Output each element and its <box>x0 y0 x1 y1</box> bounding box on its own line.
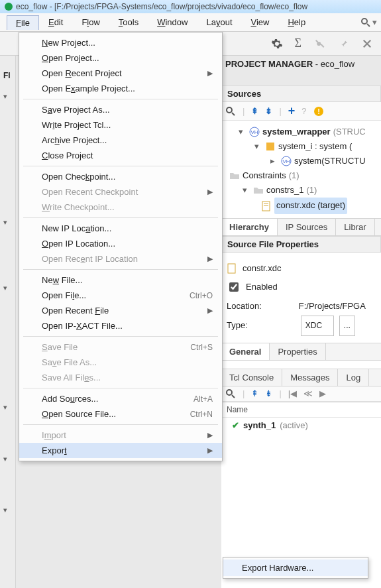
cut-icon[interactable] <box>313 38 325 50</box>
expand-icon[interactable]: ⇟ <box>265 388 272 398</box>
tab-properties[interactable]: Properties <box>270 343 325 360</box>
constraint-file-icon <box>261 201 272 211</box>
enabled-checkbox[interactable] <box>229 282 239 292</box>
tab-tcl-console[interactable]: Tcl Console <box>221 369 282 386</box>
chevron-down-icon[interactable]: ▾ <box>3 284 7 292</box>
mi-archive-project[interactable]: Archive Project... <box>19 133 222 148</box>
svg-rect-9 <box>266 143 274 150</box>
left-strip-label: Fl <box>0 69 14 82</box>
menu-view[interactable]: View <box>242 15 279 30</box>
tree-row[interactable]: ▾ constrs_1 (1) <box>224 183 378 198</box>
file-menu-dropdown: New Project... Open Project... Open Rece… <box>19 32 223 461</box>
runs-toolbar: | ⇞ ⇟ | |◀ ≪ ▶ <box>221 386 381 402</box>
first-icon[interactable]: |◀ <box>288 388 297 398</box>
menu-file[interactable]: File <box>7 15 39 30</box>
type-value[interactable]: XDC <box>301 316 334 335</box>
run-row[interactable]: ✔ synth_1 (active) <box>221 418 381 433</box>
sources-tree: ▾ VH system_wrapper(STRUC ▾ system_i : s… <box>221 121 381 218</box>
tab-hierarchy[interactable]: Hierarchy <box>221 219 278 235</box>
tree-row[interactable]: ▸ VH system(STRUCTU <box>224 154 378 168</box>
mi-new-ip-location[interactable]: New IP Location... <box>19 221 222 236</box>
tree-row[interactable]: constr.xdc (target) <box>224 198 378 213</box>
mi-save-file-as: Save File As... <box>19 355 222 370</box>
tab-log[interactable]: Log <box>338 369 369 386</box>
sigma-icon[interactable]: Σ <box>295 36 301 50</box>
chevron-down-icon[interactable]: ▾ <box>3 403 7 412</box>
menu-edit[interactable]: Edit <box>39 15 72 30</box>
tree-row[interactable]: ▾ system_i : system ( <box>224 139 378 154</box>
mi-export-hardware[interactable]: Export Hardware... <box>223 559 368 576</box>
block-design-icon <box>265 141 276 152</box>
expand-icon[interactable]: ⇟ <box>265 106 272 116</box>
tree-row[interactable]: Constraints (1) <box>224 168 378 183</box>
selected-file[interactable]: constr.xdc (target) <box>274 198 347 213</box>
sources-header: Sources <box>221 86 381 102</box>
search-icon[interactable] <box>225 388 236 399</box>
help-icon[interactable]: ? <box>301 106 306 116</box>
vhdl-icon: VH <box>249 127 260 137</box>
svg-text:!: ! <box>317 107 320 115</box>
prev-icon[interactable]: ≪ <box>303 388 313 398</box>
mi-open-checkpoint[interactable]: Open Checkpoint... <box>19 169 222 184</box>
mi-export[interactable]: Export▶ <box>19 443 222 458</box>
mi-open-ipxact-file[interactable]: Open IP-XACT File... <box>19 318 222 333</box>
mi-add-sources[interactable]: Add Sources...Alt+A <box>19 391 222 406</box>
tab-general[interactable]: General <box>221 343 270 360</box>
chevron-down-icon[interactable]: ▾ <box>3 218 7 227</box>
type-label: Type: <box>227 316 248 335</box>
chevron-down-icon[interactable]: ▾ <box>3 92 7 101</box>
left-collapsed-panel: Fl ▾ ▾ ▾ ▾ ▾ ▾ <box>0 56 16 588</box>
collapse-icon[interactable]: ⇞ <box>251 388 258 398</box>
menu-flow[interactable]: Flow <box>72 15 109 30</box>
play-icon[interactable]: ▶ <box>319 388 326 398</box>
mi-open-project[interactable]: Open Project... <box>19 50 222 66</box>
app-icon <box>4 2 13 11</box>
tab-libraries[interactable]: Librar <box>336 219 374 235</box>
mi-open-recent-project[interactable]: Open Recent Project▶ <box>19 66 222 81</box>
mi-new-project[interactable]: New Project... <box>19 35 222 50</box>
type-more-button[interactable]: ... <box>339 316 355 335</box>
mi-new-file[interactable]: New File... <box>19 272 222 288</box>
quick-search[interactable]: ▾ <box>360 17 381 28</box>
properties-body: constr.xdc Enabled Location: F:/Projects… <box>221 253 381 343</box>
file-name-label: constr.xdc <box>243 259 282 278</box>
mi-save-project-as[interactable]: Save Project As... <box>19 102 222 117</box>
tree-row[interactable]: ▾ VH system_wrapper(STRUC <box>224 125 378 139</box>
titlebar: eco_flow - [F:/Projects/FPGA-Systems/eco… <box>0 0 381 13</box>
pin-icon[interactable] <box>337 38 349 50</box>
menu-layout[interactable]: Layout <box>197 15 241 30</box>
mi-open-example-project[interactable]: Open Example Project... <box>19 81 222 96</box>
add-icon[interactable]: + <box>288 104 296 118</box>
chevron-down-icon[interactable]: ▾ <box>3 455 7 463</box>
sources-toolbar: | ⇞ ⇟ | + ? ! <box>221 102 381 121</box>
menu-tools[interactable]: Tools <box>109 15 148 30</box>
sources-tabs: Hierarchy IP Sources Librar <box>221 218 381 236</box>
tab-messages[interactable]: Messages <box>282 369 338 386</box>
mi-open-source-file[interactable]: Open Source File...Ctrl+N <box>19 406 222 422</box>
mi-open-ip-location[interactable]: Open IP Location... <box>19 236 222 251</box>
vhdl-icon: VH <box>281 156 292 166</box>
menubar: File Edit Flow Tools Window Layout View … <box>0 13 381 32</box>
cancel-icon[interactable] <box>361 38 373 50</box>
mi-open-recent-file[interactable]: Open Recent File▶ <box>19 303 222 318</box>
mi-write-project-tcl[interactable]: Write Project Tcl... <box>19 117 222 133</box>
mi-open-file[interactable]: Open File...Ctrl+O <box>19 288 222 303</box>
chevron-down-icon[interactable]: ▾ <box>3 506 7 514</box>
export-submenu: Export Hardware... <box>223 557 368 579</box>
gear-icon[interactable] <box>271 38 283 50</box>
menu-window[interactable]: Window <box>148 15 197 30</box>
tab-ip-sources[interactable]: IP Sources <box>278 219 336 235</box>
warning-icon[interactable]: ! <box>313 106 324 117</box>
collapse-icon[interactable]: ⇞ <box>251 106 258 116</box>
svg-point-16 <box>227 390 232 395</box>
svg-line-17 <box>232 395 235 398</box>
design-runs: Name ✔ synth_1 (active) <box>221 402 381 433</box>
page-title: PROJECT MANAGER - eco_flow <box>225 59 354 69</box>
check-icon: ✔ <box>232 420 239 430</box>
search-icon[interactable] <box>225 106 236 117</box>
mi-open-recent-checkpoint: Open Recent Checkpoint▶ <box>19 184 222 200</box>
menu-help[interactable]: Help <box>278 15 315 30</box>
mi-close-project[interactable]: Close Project <box>19 148 222 163</box>
svg-line-2 <box>367 24 370 27</box>
bottom-tabs: Tcl Console Messages Log <box>221 369 381 386</box>
